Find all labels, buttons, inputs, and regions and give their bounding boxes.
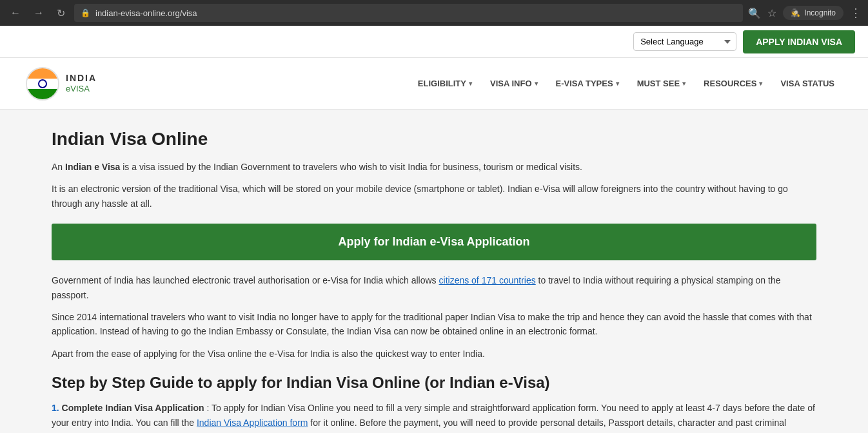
incognito-icon: 🕵️ [791, 8, 800, 17]
utility-bar: Select Language English French German AP… [0, 26, 868, 58]
logo-flag [26, 67, 59, 101]
search-icon[interactable]: 🔍 [748, 7, 761, 19]
intro-p1-rest: is a visa issued by the Indian Governmen… [120, 162, 582, 172]
apply-visa-button[interactable]: APPLY INDIAN VISA [743, 30, 855, 53]
nav-resources[interactable]: RESOURCES ▾ [696, 73, 770, 93]
nav-eligibility-label: ELIGIBILITY [418, 79, 466, 88]
bookmark-icon[interactable]: ☆ [767, 7, 776, 19]
flag-green [27, 89, 58, 99]
step-1-link[interactable]: Indian Visa Application form [197, 418, 308, 428]
nav-visa-info-arrow: ▾ [535, 80, 538, 87]
forward-button[interactable]: → [30, 5, 48, 21]
nav-must-see[interactable]: MUST SEE ▾ [629, 73, 693, 93]
body-para-3: Apart from the ease of applying for the … [52, 347, 816, 361]
url-icon: 🔒 [81, 8, 90, 17]
ashoka-wheel [38, 79, 47, 88]
url-bar[interactable]: 🔒 indian-evisa-online.org/visa [74, 4, 743, 22]
url-text: indian-evisa-online.org/visa [95, 8, 197, 18]
main-content: Indian Visa Online An Indian e Visa is a… [0, 110, 868, 433]
step-1-num: 1. [52, 403, 59, 413]
navbar: INDIA eVISA ELIGIBILITY ▾ VISA INFO ▾ E-… [0, 58, 868, 110]
flag-saffron [27, 68, 58, 79]
nav-resources-arrow: ▾ [759, 80, 762, 87]
nav-evisa-types[interactable]: E-VISA TYPES ▾ [548, 73, 627, 93]
body-p1-pre: Government of India has launched electro… [52, 275, 439, 285]
nav-must-see-arrow: ▾ [682, 80, 686, 87]
browser-menu-icon[interactable]: ⋮ [850, 6, 862, 20]
intro-paragraph-1: An Indian e Visa is a visa issued by the… [52, 160, 816, 174]
nav-eligibility-arrow: ▾ [469, 80, 472, 87]
back-button[interactable]: ← [6, 5, 25, 21]
logo: INDIA eVISA [26, 67, 97, 101]
nav-eligibility[interactable]: ELIGIBILITY ▾ [410, 73, 480, 93]
flag-white [27, 79, 58, 89]
step-1-bold: Complete Indian Visa Application [62, 403, 204, 413]
apply-banner-button[interactable]: Apply for Indian e-Visa Application [52, 224, 816, 260]
browser-chrome: ← → ↻ 🔒 indian-evisa-online.org/visa 🔍 ☆… [0, 0, 868, 26]
logo-text: INDIA eVISA [66, 73, 97, 93]
intro-p1-an: An [52, 162, 65, 172]
body-para-1: Government of India has launched electro… [52, 273, 816, 302]
browser-actions: 🔍 ☆ 🕵️ Incognito ⋮ [748, 6, 862, 20]
body-para-2: Since 2014 international travelers who w… [52, 310, 816, 339]
intro-p1-bold: Indian e Visa [65, 162, 120, 172]
nav-evisa-types-arrow: ▾ [616, 80, 619, 87]
intro-paragraph-2: It is an electronic version of the tradi… [52, 182, 816, 211]
nav-visa-status-label: VISA STATUS [780, 79, 834, 88]
nav-evisa-types-label: E-VISA TYPES [556, 79, 613, 88]
incognito-button[interactable]: 🕵️ Incognito [783, 6, 843, 20]
page-title: Indian Visa Online [52, 129, 816, 149]
section-title: Step by Step Guide to apply for Indian V… [52, 374, 816, 392]
nav-visa-info[interactable]: VISA INFO ▾ [482, 73, 546, 93]
language-select[interactable]: Select Language English French German [633, 32, 736, 51]
nav-visa-status[interactable]: VISA STATUS [773, 73, 842, 93]
reload-button[interactable]: ↻ [53, 5, 69, 22]
steps-list: 1. Complete Indian Visa Application : To… [52, 401, 816, 433]
logo-india-label: INDIA [66, 73, 97, 84]
logo-evisa-label: eVISA [66, 84, 97, 94]
nav-must-see-label: MUST SEE [637, 79, 680, 88]
citizens-link[interactable]: citizens of 171 countries [439, 275, 536, 285]
nav-links: ELIGIBILITY ▾ VISA INFO ▾ E-VISA TYPES ▾… [410, 73, 842, 93]
step-1: 1. Complete Indian Visa Application : To… [52, 401, 816, 433]
nav-resources-label: RESOURCES [704, 79, 756, 88]
incognito-label: Incognito [804, 8, 836, 17]
nav-visa-info-label: VISA INFO [490, 79, 532, 88]
